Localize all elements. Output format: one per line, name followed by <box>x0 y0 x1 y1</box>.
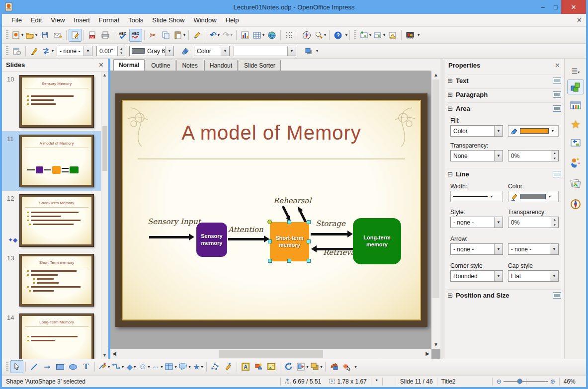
selection-handle[interactable] <box>307 239 311 243</box>
sidebar-tab-animation-effects[interactable]: ★✦ <box>567 155 584 170</box>
block-arrows-tool[interactable]: ⇔▾ <box>151 360 164 373</box>
text-dialog-launcher-icon[interactable] <box>553 78 561 84</box>
menu-slide-show[interactable]: Slide Show <box>148 15 189 25</box>
section-text[interactable]: ⊞ Text <box>447 75 561 86</box>
glue-points-tool[interactable] <box>222 360 235 373</box>
area-style-button[interactable] <box>179 45 192 58</box>
slides-panel-scrollbar[interactable]: ▲ ▼ <box>101 72 108 359</box>
menu-insert[interactable]: Insert <box>69 15 94 25</box>
3d-effects-tool[interactable] <box>328 360 340 373</box>
help-button[interactable]: ? <box>332 29 344 42</box>
menu-tools[interactable]: Tools <box>124 15 148 25</box>
flowchart-tool[interactable]: ▾ <box>164 360 177 373</box>
label-storage[interactable]: Storage <box>316 219 345 228</box>
edit-points-tool[interactable] <box>209 360 222 373</box>
position-size-dialog-launcher-icon[interactable] <box>553 292 561 299</box>
print-button[interactable] <box>99 29 112 42</box>
open-button[interactable]: ▾ <box>24 29 38 42</box>
arrow-sensory-input[interactable] <box>149 236 189 238</box>
maximize-button[interactable]: □ <box>550 0 562 14</box>
line-color-dropdown[interactable]: ▾ <box>508 191 559 202</box>
export-pdf-button[interactable]: PDF <box>86 29 99 42</box>
curve-tool[interactable]: ▾ <box>97 360 111 373</box>
line-dialog-launcher-icon[interactable] <box>553 171 561 177</box>
panel-splitter[interactable] <box>440 59 444 359</box>
zoom-out-icon[interactable]: ⊖ <box>497 378 502 385</box>
corner-style-select[interactable]: Rounded▼ <box>450 270 503 282</box>
ellipse-tool[interactable] <box>67 360 80 373</box>
collapse-icon[interactable]: ⊟ <box>447 105 453 112</box>
zoom-in-icon[interactable]: ⊕ <box>550 378 555 385</box>
basic-shapes-tool[interactable]: ◆▾ <box>125 360 138 373</box>
menu-file[interactable]: File <box>7 15 26 25</box>
arrow-start-select[interactable]: - none -▼ <box>450 243 503 255</box>
stars-tool[interactable]: ★▾ <box>191 360 204 373</box>
label-rehearsal[interactable]: Rehearsal <box>273 196 311 205</box>
area-dialog-launcher-icon[interactable] <box>553 105 561 112</box>
slides-panel-close-icon[interactable]: ✕ <box>98 61 104 69</box>
expand-icon[interactable]: ⊞ <box>447 77 453 84</box>
selection-handle[interactable] <box>267 220 272 224</box>
slide-design-button[interactable] <box>386 29 399 42</box>
alignment-tool[interactable]: ▾ <box>295 360 309 373</box>
display-grid-button[interactable] <box>283 29 296 42</box>
interaction-tool[interactable]: ✺ <box>340 360 353 373</box>
sidebar-tab-slide-transition[interactable] <box>567 136 584 151</box>
toolbar-grip[interactable] <box>6 362 8 372</box>
spellcheck-button[interactable]: ABC <box>116 29 129 42</box>
line-transparency-spinner[interactable]: 0%▲▼ <box>508 217 559 228</box>
autospellcheck-button[interactable]: ABC <box>129 29 142 42</box>
section-area[interactable]: ⊟ Area <box>447 102 561 114</box>
label-sensory-input[interactable]: Sensory Input <box>148 217 201 226</box>
arrow-end-select[interactable]: - none -▼ <box>508 243 559 255</box>
undo-button[interactable]: ↶▾ <box>208 29 221 42</box>
rectangle-tool[interactable] <box>54 360 67 373</box>
vertical-scrollbar[interactable]: ▲ ▼ <box>431 71 440 349</box>
slide-thumbnail-11[interactable]: 11 A model of Memory <box>2 131 101 191</box>
connector-tool[interactable]: ▾ <box>111 360 125 373</box>
line-width-dropdown[interactable]: ▾ <box>450 191 503 202</box>
format-paintbrush-button[interactable] <box>191 29 204 42</box>
expand-icon[interactable]: ⊞ <box>447 91 453 98</box>
scroll-thumb[interactable] <box>102 126 107 171</box>
fill-type-select[interactable]: Color▼ <box>194 46 230 56</box>
horizontal-scrollbar[interactable]: ◀ ▶ <box>110 349 431 359</box>
line-tool[interactable] <box>28 360 41 373</box>
edit-mode-button[interactable] <box>69 29 82 42</box>
slide-layout-button[interactable]: ▾ <box>372 29 386 42</box>
label-attention[interactable]: Attention <box>228 225 263 234</box>
arrow-attention[interactable] <box>228 238 264 240</box>
fontwork-tool[interactable]: A <box>239 360 252 373</box>
selection-handle[interactable] <box>307 220 311 224</box>
gallery-tool[interactable] <box>265 360 278 373</box>
chart-button[interactable] <box>239 29 252 42</box>
selection-handle[interactable] <box>307 259 311 263</box>
cap-style-select[interactable]: Flat▼ <box>508 270 559 282</box>
new-presentation-button[interactable]: ▾ <box>10 29 24 42</box>
callouts-tool[interactable]: ▾ <box>177 360 191 373</box>
table-button[interactable]: ▾ <box>252 29 265 42</box>
close-button[interactable]: ✕ <box>561 0 586 14</box>
menu-view[interactable]: View <box>46 15 69 25</box>
line-color-select[interactable]: Gray 6▼ <box>129 46 174 56</box>
tab-handout[interactable]: Handout <box>204 60 238 71</box>
scroll-right-icon[interactable]: ▶ <box>425 351 429 356</box>
email-button[interactable] <box>51 29 64 42</box>
menu-edit[interactable]: Edit <box>26 15 46 25</box>
toolbar-grip[interactable] <box>6 30 8 40</box>
zoom-button[interactable]: ▾ <box>313 29 327 42</box>
toolbar-overflow-icon[interactable]: ▾ <box>345 33 347 37</box>
box-long-term-memory[interactable]: Long-term memory <box>353 218 401 264</box>
paragraph-dialog-launcher-icon[interactable] <box>553 91 561 98</box>
slide-thumbnail-13[interactable]: 13 Short-Term memory <box>2 250 101 310</box>
save-button[interactable] <box>38 29 51 42</box>
arrow-tool[interactable]: ➞ <box>41 360 54 373</box>
scroll-left-icon[interactable]: ◀ <box>112 351 116 356</box>
transparency-value-spinner[interactable]: 0%▲▼ <box>508 150 559 161</box>
scroll-up-icon[interactable]: ▲ <box>101 73 108 78</box>
transparency-type-select[interactable]: None▼ <box>450 150 503 161</box>
scroll-thumb[interactable] <box>432 79 439 298</box>
navigator-button[interactable] <box>300 29 313 42</box>
selection-handle[interactable] <box>268 239 272 243</box>
menu-help[interactable]: Help <box>221 15 244 25</box>
